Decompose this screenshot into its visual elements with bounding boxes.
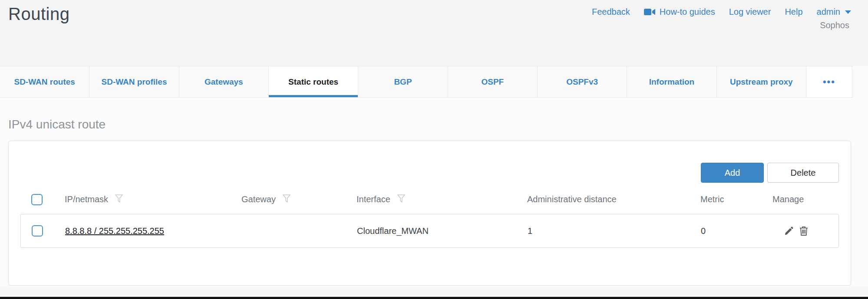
filter-icon[interactable] bbox=[282, 194, 291, 205]
howto-guides-link[interactable]: How-to guides bbox=[644, 7, 715, 17]
route-metric: 0 bbox=[701, 226, 773, 236]
tab-upstream-proxy[interactable]: Upstream proxy bbox=[717, 66, 806, 97]
tab-information[interactable]: Information bbox=[627, 66, 716, 97]
col-header-manage: Manage bbox=[772, 194, 804, 204]
tab-gateways[interactable]: Gateways bbox=[179, 66, 269, 97]
table-header-row: IP/netmask Gateway Interface Administrat… bbox=[20, 190, 839, 209]
col-header-ip-netmask: IP/netmask bbox=[65, 194, 108, 204]
feedback-link[interactable]: Feedback bbox=[592, 7, 630, 17]
col-header-metric: Metric bbox=[700, 194, 724, 204]
filter-icon[interactable] bbox=[115, 194, 123, 205]
page-title: Routing bbox=[8, 4, 69, 24]
main-content: IPv4 unicast route Add Delete IP/netmask… bbox=[0, 118, 868, 286]
more-tabs-button[interactable]: ••• bbox=[806, 66, 852, 97]
select-all-checkbox[interactable] bbox=[31, 194, 43, 205]
col-header-gateway: Gateway bbox=[241, 194, 276, 204]
delete-trash-icon[interactable] bbox=[799, 226, 809, 236]
log-viewer-link[interactable]: Log viewer bbox=[729, 7, 771, 17]
tab-sdwan-profiles[interactable]: SD-WAN profiles bbox=[89, 66, 179, 97]
routes-card: Add Delete IP/netmask Gateway Interface bbox=[8, 141, 851, 286]
tab-ospfv3[interactable]: OSPFv3 bbox=[538, 66, 627, 97]
route-admin-distance: 1 bbox=[528, 226, 701, 236]
tab-bar: SD-WAN routes SD-WAN profiles Gateways S… bbox=[0, 66, 852, 98]
table-row: 8.8.8.8 / 255.255.255.255 Cloudflare_MWA… bbox=[20, 214, 839, 248]
route-interface: Cloudflare_MWAN bbox=[357, 226, 528, 236]
window-bottom-edge bbox=[0, 297, 868, 299]
tab-static-routes[interactable]: Static routes bbox=[269, 66, 358, 97]
footer-gap bbox=[0, 286, 868, 297]
video-camera-icon bbox=[644, 8, 656, 16]
header-band: Routing Feedback How-to guides Log viewe… bbox=[0, 0, 868, 66]
tab-ospf[interactable]: OSPF bbox=[448, 66, 538, 97]
admin-menu[interactable]: admin bbox=[817, 7, 851, 17]
tab-sdwan-routes[interactable]: SD-WAN routes bbox=[0, 66, 89, 97]
delete-button[interactable]: Delete bbox=[767, 163, 839, 183]
col-header-interface: Interface bbox=[356, 194, 390, 204]
col-header-admin-distance: Administrative distance bbox=[527, 194, 617, 204]
top-navigation: Feedback How-to guides Log viewer Help a… bbox=[592, 4, 851, 30]
edit-icon[interactable] bbox=[784, 226, 794, 236]
route-ip-netmask-link[interactable]: 8.8.8.8 / 255.255.255.255 bbox=[65, 226, 164, 236]
tab-bgp[interactable]: BGP bbox=[358, 66, 448, 97]
add-button[interactable]: Add bbox=[701, 163, 764, 183]
chevron-down-icon bbox=[845, 10, 851, 14]
brand-label: Sophos bbox=[820, 20, 851, 30]
filter-icon[interactable] bbox=[397, 194, 406, 205]
section-heading: IPv4 unicast route bbox=[8, 118, 868, 131]
help-link[interactable]: Help bbox=[785, 7, 802, 17]
row-checkbox[interactable] bbox=[32, 225, 43, 237]
